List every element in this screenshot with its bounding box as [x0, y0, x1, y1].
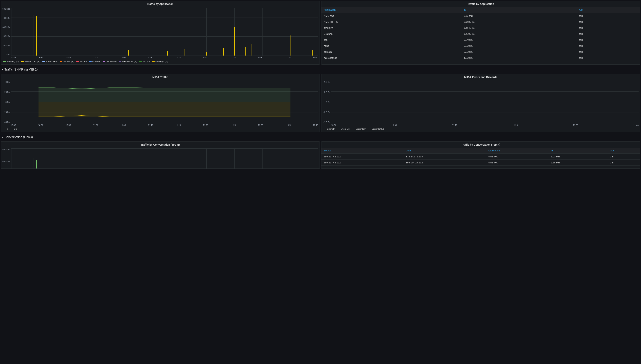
panel-traffic-by-conv-chart[interactable]: Traffic by Conversation (Top N) 500 kBs …	[1, 142, 320, 169]
legend-item[interactable]: Discards In	[352, 128, 366, 130]
chart-bar	[234, 27, 235, 56]
chart-bar	[184, 49, 184, 56]
chart-bar	[168, 51, 168, 56]
panel-traffic-by-conv-table: Traffic by Conversation (Top N) Source D…	[321, 142, 640, 169]
chart-bar	[240, 43, 240, 56]
legend-item[interactable]: NMS-HTTPS (In)	[21, 60, 40, 62]
panel-mib2-errors[interactable]: MIB-2 Errors and Discards 1.0 Bs 0.5 Bs …	[321, 74, 640, 132]
panel-title: Traffic by Application	[322, 1, 640, 7]
col-dest[interactable]: Dest.	[404, 148, 486, 154]
chart-bar	[67, 27, 67, 56]
table-row[interactable]: NMS-HTTPS352.80 kB0 B	[322, 19, 640, 25]
conv-table: Source Dest. Application In Out 165.227.…	[322, 148, 640, 168]
legend-item[interactable]: Grafana (In)	[60, 60, 74, 62]
legend-item[interactable]: Errors Out	[337, 128, 350, 130]
legend-swatch	[3, 129, 6, 129]
table-row[interactable]: ssh62.40 kB0 B	[322, 37, 640, 43]
table-row[interactable]: https62.00 kB0 B	[322, 43, 640, 49]
col-application[interactable]: Application	[486, 148, 548, 154]
chevron-down-icon	[2, 136, 4, 138]
x-axis: 10:5011:0011:1011:2011:3011:40	[323, 123, 638, 126]
legend-item[interactable]: domain (In)	[103, 60, 116, 62]
legend-item[interactable]: Errors In	[324, 128, 335, 130]
plot-area[interactable]	[11, 8, 318, 56]
table-row[interactable]: 165.227.42.192174.24.171.238NMS-MQ5.03 M…	[322, 154, 640, 160]
chart-bar	[128, 50, 129, 56]
col-out[interactable]: Out	[577, 7, 640, 13]
table-row[interactable]: NMS-MQ8.29 MB0 B	[322, 13, 640, 19]
legend: Errors InErrors OutDiscards InDiscards O…	[323, 126, 638, 130]
chart-bar	[268, 47, 268, 56]
plot-area[interactable]	[331, 81, 638, 123]
legend-item[interactable]: ssh (In)	[76, 60, 87, 62]
chart-bar	[36, 160, 37, 169]
legend-swatch	[60, 61, 62, 62]
table-row[interactable]: Grafana136.00 kB0 B	[322, 31, 640, 37]
chart-bar	[36, 16, 37, 56]
y-axis: 500 kBs 400 kBs 300 kBs 200 kBs	[2, 148, 11, 169]
chart-bar	[223, 48, 224, 56]
table-row[interactable]: domain57.20 kB0 B	[322, 49, 640, 55]
chart-bar	[140, 44, 140, 56]
chart-bar	[151, 52, 151, 56]
legend-swatch	[324, 129, 326, 129]
y-axis: 1.0 Bs 0.5 Bs 0 Bs -0.5 Bs -1.0 Bs	[323, 81, 331, 123]
section-conversation-flows[interactable]: Conversation (Flows)	[1, 134, 640, 140]
legend-item[interactable]: mxxrlogin (In)	[152, 60, 168, 62]
legend-item[interactable]: Discards Out	[368, 128, 384, 130]
chart-bar	[246, 47, 246, 56]
legend-swatch	[89, 61, 92, 62]
table-row[interactable]: 165.227.36.190165.227.42.192NMS-MQ586.80…	[322, 166, 640, 168]
panel-title: Traffic by Conversation (Top N)	[322, 142, 640, 148]
legend-item[interactable]: NMS-MQ (In)	[3, 60, 19, 62]
chart-area[interactable]: 500 kBs 400 kBs 300 kBs 200 kBs 100 kBs …	[2, 8, 318, 56]
chart-area[interactable]: 500 kBs 400 kBs 300 kBs 200 kBs	[2, 148, 318, 169]
table-row[interactable]: microsoft-ds40.00 kB0 B	[322, 55, 640, 61]
section-traffic-snmp[interactable]: Traffic (SNMP via MIB-2)	[1, 66, 640, 72]
plot-area[interactable]	[11, 81, 318, 123]
panel-title: MIB-2 Traffic	[1, 74, 320, 80]
y-axis: 4 kBs 2 kBs 0 Bs -2 kBs -4 kBs	[2, 81, 11, 123]
legend-swatch	[21, 61, 24, 62]
table-row[interactable]: http24.00 kB0 B	[322, 61, 640, 64]
table-row[interactable]: ambit-lm198.40 kB0 B	[322, 25, 640, 31]
table-row[interactable]: 165.227.42.192193.174.24.232NMS-MQ2.68 M…	[322, 160, 640, 166]
legend-swatch	[119, 61, 122, 62]
chart-bar	[251, 44, 252, 56]
plot-area[interactable]	[11, 148, 318, 169]
chart-bar	[290, 36, 290, 56]
col-application[interactable]: Application	[322, 7, 462, 13]
chart-bar	[34, 16, 34, 56]
panel-traffic-by-app-chart[interactable]: Traffic by Application 500 kBs 400 kBs 3…	[1, 1, 320, 64]
chart-area[interactable]: 4 kBs 2 kBs 0 Bs -2 kBs -4 kBs	[2, 81, 318, 123]
panel-mib2-traffic[interactable]: MIB-2 Traffic 4 kBs 2 kBs 0 Bs -2 kBs -4…	[1, 74, 320, 132]
y-axis: 500 kBs 400 kBs 300 kBs 200 kBs 100 kBs …	[2, 8, 11, 56]
panel-title: Traffic by Application	[1, 1, 320, 7]
legend-item[interactable]: microsoft-ds (In)	[119, 60, 137, 62]
panel-title: MIB-2 Errors and Discards	[322, 74, 640, 80]
legend-item[interactable]: In	[3, 128, 8, 130]
legend-swatch	[10, 129, 13, 129]
legend-swatch	[368, 129, 371, 129]
legend: NMS-MQ (In)NMS-HTTPS (In)ambit-lm (In)Gr…	[2, 59, 318, 63]
col-source[interactable]: Source	[322, 148, 404, 154]
chart-bar	[34, 158, 34, 169]
legend-item[interactable]: http (In)	[139, 60, 150, 62]
legend: InOut	[2, 126, 318, 130]
panel-title: Traffic by Conversation (Top N)	[1, 142, 320, 148]
legend-swatch	[152, 61, 154, 62]
chart-area[interactable]: 1.0 Bs 0.5 Bs 0 Bs -0.5 Bs -1.0 Bs	[323, 81, 638, 123]
chart-bar	[206, 52, 207, 56]
legend-item[interactable]: ambit-lm (In)	[42, 60, 58, 62]
col-in[interactable]: In	[548, 148, 608, 154]
legend-swatch	[42, 61, 45, 62]
col-in[interactable]: In	[462, 7, 577, 13]
legend-swatch	[139, 61, 142, 62]
col-out[interactable]: Out	[608, 148, 640, 154]
chart-bar	[312, 50, 313, 56]
legend-item[interactable]: https (In)	[89, 60, 100, 62]
legend-swatch	[337, 129, 340, 129]
x-axis: 10:4510:5010:5511:0011:0511:1011:1511:20…	[2, 123, 318, 126]
legend-item[interactable]: Out	[10, 128, 17, 130]
chart-bar	[123, 46, 123, 56]
